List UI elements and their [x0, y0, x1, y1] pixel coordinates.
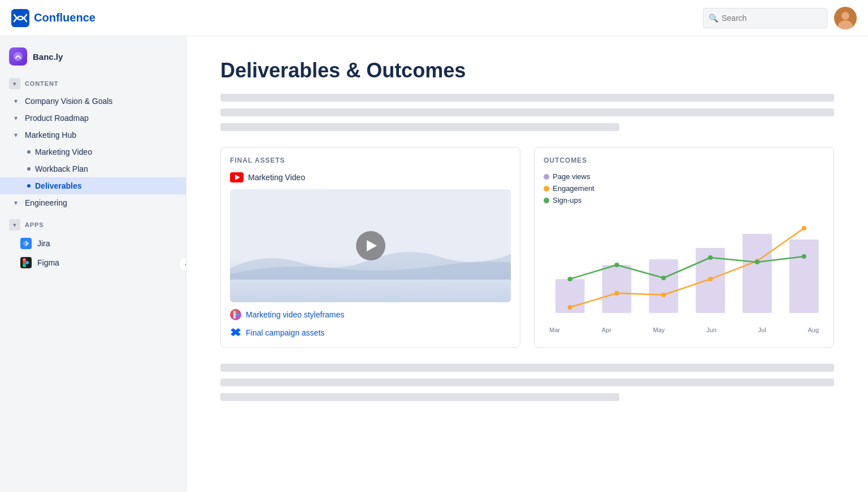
link-label: Final campaign assets	[246, 328, 324, 337]
bullet-dot	[27, 184, 31, 188]
workspace-icon	[9, 47, 27, 66]
chevron-down-icon: ▾	[11, 130, 20, 140]
bullet-dot	[27, 167, 31, 171]
app-label: Jira	[37, 239, 50, 248]
sidebar-item-label: Company Vision & Goals	[25, 97, 112, 106]
content-toggle-icon[interactable]: ▾	[9, 78, 20, 89]
skeleton-line-1	[220, 94, 834, 102]
logo-area: Confluence	[11, 9, 96, 27]
apps-section: ▾ APPS Jira	[0, 216, 186, 272]
bullet-dot	[27, 150, 31, 154]
skeleton-line-3	[220, 123, 619, 131]
chart-x-labels: Mar Apr May Jun Jul Aug	[544, 326, 824, 333]
app-layout: Banc.ly ▾ CONTENT ▾ Company Vision & Goa…	[0, 36, 868, 492]
x-label-may: May	[653, 326, 665, 333]
page-title: Deliverables & Outcomes	[220, 59, 834, 82]
svg-point-27	[567, 277, 572, 281]
final-assets-card: FINAL ASSETS Marketing Video	[220, 147, 520, 348]
legend-label: Engagement	[553, 184, 594, 193]
svg-point-10	[23, 264, 26, 267]
legend-page-views: Page views	[544, 172, 824, 181]
sidebar-item-marketing-hub[interactable]: ▾ Marketing Hub	[0, 127, 186, 143]
confluence-logo-icon	[11, 9, 29, 27]
play-button[interactable]	[356, 231, 385, 260]
workspace-name: Banc.ly	[33, 52, 63, 62]
avatar[interactable]	[834, 7, 857, 29]
svg-point-30	[708, 255, 713, 260]
figma-icon	[20, 257, 32, 268]
svg-point-11	[236, 314, 239, 316]
svg-point-26	[802, 226, 806, 230]
bottom-skeletons	[220, 364, 834, 401]
skeleton-line-2	[220, 108, 834, 116]
chart-legend: Page views Engagement Sign-ups	[544, 172, 824, 204]
svg-point-32	[802, 254, 806, 259]
link-label: Marketing video styleframes	[246, 310, 344, 319]
chart-area	[544, 211, 824, 324]
sidebar-item-jira[interactable]: Jira	[0, 234, 186, 253]
svg-point-13	[233, 314, 236, 316]
video-item: Marketing Video	[230, 172, 511, 182]
x-label-mar: Mar	[549, 326, 560, 333]
logo-text: Confluence	[34, 11, 96, 24]
content-section-label: CONTENT	[25, 80, 58, 87]
sidebar-item-workback-plan[interactable]: Workback Plan	[0, 160, 186, 177]
sidebar-item-figma[interactable]: Figma	[0, 253, 186, 272]
skeleton-line-6	[220, 393, 619, 401]
youtube-icon	[230, 172, 244, 182]
svg-point-12	[233, 311, 236, 314]
sidebar-item-product-roadmap[interactable]: ▾ Product Roadmap	[0, 110, 186, 127]
outcomes-card: OUTCOMES Page views Engagement Sign-ups	[534, 147, 834, 348]
legend-dot-signups	[544, 198, 549, 203]
outcomes-chart	[544, 211, 824, 324]
play-icon	[367, 240, 377, 251]
video-label: Marketing Video	[248, 173, 305, 182]
svg-point-29	[661, 276, 666, 280]
sidebar-item-deliverables[interactable]: Deliverables	[0, 177, 186, 194]
svg-point-28	[614, 263, 619, 267]
figma-link-icon	[230, 309, 241, 320]
x-label-apr: Apr	[602, 326, 611, 333]
svg-point-14	[233, 316, 236, 319]
sidebar-item-strategy-brief[interactable]: Marketing Video	[0, 143, 186, 160]
workspace-item[interactable]: Banc.ly	[0, 43, 186, 70]
sidebar-item-label: Workback Plan	[35, 164, 88, 173]
jira-icon	[20, 238, 32, 249]
search-input[interactable]	[703, 8, 827, 28]
svg-rect-16	[602, 265, 632, 313]
link-marketing-styleframes[interactable]: Marketing video styleframes	[230, 309, 511, 320]
video-preview[interactable]	[230, 189, 511, 302]
chevron-down-icon: ▾	[11, 114, 20, 123]
sidebar-item-label: Deliverables	[35, 181, 82, 190]
sidebar-item-label: Engineering	[25, 198, 67, 207]
main-content: Deliverables & Outcomes FINAL ASSETS Mar…	[186, 36, 868, 492]
svg-rect-17	[649, 259, 678, 313]
apps-section-header[interactable]: ▾ APPS	[0, 216, 186, 234]
apps-toggle-icon[interactable]: ▾	[9, 219, 20, 230]
header-right: 🔍	[703, 7, 857, 29]
chevron-down-icon: ▾	[11, 97, 20, 106]
svg-point-31	[755, 260, 760, 264]
x-label-jul: Jul	[758, 326, 766, 333]
content-section-header[interactable]: ▾ CONTENT	[0, 75, 186, 93]
search-container[interactable]: 🔍	[703, 8, 827, 28]
x-label-aug: Aug	[808, 326, 819, 333]
svg-point-22	[614, 291, 619, 295]
app-header: Confluence 🔍	[0, 0, 868, 36]
skeleton-line-5	[220, 378, 834, 386]
sidebar-item-engineering[interactable]: ▾ Engineering	[0, 194, 186, 211]
legend-label: Page views	[553, 172, 590, 181]
svg-point-21	[567, 305, 572, 310]
svg-rect-19	[743, 234, 772, 313]
svg-rect-0	[11, 9, 29, 27]
svg-point-24	[708, 277, 713, 281]
sidebar-item-company-vision[interactable]: ▾ Company Vision & Goals	[0, 93, 186, 110]
sidebar-item-label: Marketing Video	[35, 147, 92, 156]
skeleton-line-4	[220, 364, 834, 372]
outcomes-title: OUTCOMES	[544, 156, 824, 164]
sidebar: Banc.ly ▾ CONTENT ▾ Company Vision & Goa…	[0, 36, 186, 492]
sidebar-item-label: Product Roadmap	[25, 114, 89, 123]
link-campaign-assets[interactable]: Final campaign assets	[230, 327, 511, 338]
legend-engagement: Engagement	[544, 184, 824, 193]
final-assets-title: FINAL ASSETS	[230, 156, 511, 164]
